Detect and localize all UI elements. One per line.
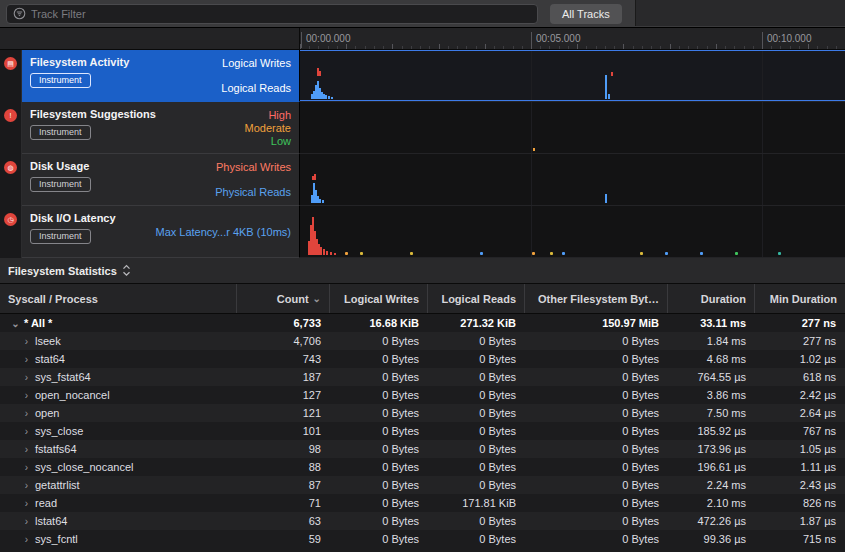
- poi-dot: [480, 252, 483, 255]
- disclosure-collapsed-icon[interactable]: ›: [21, 444, 32, 455]
- chevron-up-down-icon[interactable]: [122, 264, 131, 277]
- table-row[interactable]: ›open1210 Bytes0 Bytes0 Bytes7.50 ms2.64…: [0, 404, 845, 422]
- value-cell: 87: [237, 479, 330, 491]
- track-filter-input[interactable]: [31, 8, 531, 20]
- value-cell: 277 ns: [755, 335, 845, 347]
- value-cell: 0 Bytes: [428, 335, 525, 347]
- spike: [533, 148, 535, 151]
- disclosure-collapsed-icon[interactable]: ›: [21, 426, 32, 437]
- value-cell: 0 Bytes: [428, 443, 525, 455]
- track-chart-filesystem-activity[interactable]: [300, 50, 845, 102]
- column-header-min-duration[interactable]: Min Duration: [755, 284, 845, 313]
- value-cell: 0 Bytes: [330, 353, 428, 365]
- disclosure-collapsed-icon[interactable]: ›: [21, 408, 32, 419]
- track-row-filesystem-activity[interactable]: ▤Filesystem ActivityInstrumentLogical Wr…: [0, 50, 845, 102]
- instrument-icon-column: ◷: [0, 206, 22, 258]
- poi-dot: [532, 252, 535, 255]
- spike: [605, 75, 607, 99]
- disclosure-collapsed-icon[interactable]: ›: [21, 354, 32, 365]
- track-title: Filesystem Activity: [30, 56, 129, 68]
- disclosure-collapsed-icon[interactable]: ›: [21, 336, 32, 347]
- table-row[interactable]: ›getattrlist870 Bytes0 Bytes0 Bytes2.24 …: [0, 476, 845, 494]
- column-header-count[interactable]: Count⌄: [237, 284, 330, 313]
- disclosure-collapsed-icon[interactable]: ›: [21, 390, 32, 401]
- value-cell: 0 Bytes: [428, 515, 525, 527]
- value-cell: 743: [237, 353, 330, 365]
- poi-dot: [360, 252, 363, 255]
- value-cell: 618 ns: [755, 371, 845, 383]
- table-row[interactable]: ›sys_fcntl590 Bytes0 Bytes0 Bytes99.36 µ…: [0, 530, 845, 548]
- table-header: Syscall / ProcessCount⌄Logical WritesLog…: [0, 284, 845, 314]
- syscall-name: sys_close: [35, 425, 83, 437]
- value-cell: 0 Bytes: [428, 479, 525, 491]
- spike: [319, 71, 321, 76]
- track-header-filesystem-suggestions[interactable]: Filesystem SuggestionsInstrumentHighMode…: [22, 102, 300, 154]
- series-label: High: [268, 109, 291, 122]
- poi-dot: [778, 252, 781, 255]
- value-cell: 0 Bytes: [330, 479, 428, 491]
- value-cell: 171.81 KiB: [428, 497, 525, 509]
- track-chart-filesystem-suggestions[interactable]: [300, 102, 845, 154]
- track-chart-disk-io-latency[interactable]: [300, 206, 845, 258]
- disclosure-collapsed-icon[interactable]: ›: [21, 498, 32, 509]
- table-row[interactable]: ›lstat64630 Bytes0 Bytes0 Bytes472.26 µs…: [0, 512, 845, 530]
- value-cell: 98: [237, 443, 330, 455]
- syscall-name: open_nocancel: [35, 389, 110, 401]
- disclosure-expanded-icon[interactable]: ⌄: [10, 318, 21, 329]
- syscall-cell: ›sys_fstat64: [0, 371, 237, 383]
- track-header-disk-io-latency[interactable]: Disk I/O LatencyInstrumentMax Latency...…: [22, 206, 300, 258]
- table-row[interactable]: ›sys_close_nocancel880 Bytes0 Bytes0 Byt…: [0, 458, 845, 476]
- syscall-cell: ›open_nocancel: [0, 389, 237, 401]
- detail-view-selector[interactable]: Filesystem Statistics: [8, 265, 117, 277]
- spike: [605, 194, 607, 203]
- track-header-disk-usage[interactable]: Disk UsageInstrumentPhysical WritesPhysi…: [22, 154, 300, 206]
- table-row[interactable]: ›open_nocancel1270 Bytes0 Bytes0 Bytes3.…: [0, 386, 845, 404]
- track-title: Disk I/O Latency: [30, 212, 116, 224]
- disclosure-collapsed-icon[interactable]: ›: [21, 372, 32, 383]
- column-header-logical-writes[interactable]: Logical Writes: [330, 284, 428, 313]
- disclosure-collapsed-icon[interactable]: ›: [21, 534, 32, 545]
- table-row[interactable]: ›read710 Bytes171.81 KiB0 Bytes2.10 ms82…: [0, 494, 845, 512]
- spike: [323, 249, 325, 255]
- table-row[interactable]: ›sys_close1010 Bytes0 Bytes0 Bytes185.92…: [0, 422, 845, 440]
- track-header-left: Filesystem ActivityInstrument: [30, 56, 129, 97]
- table-row[interactable]: ›stat647430 Bytes0 Bytes0 Bytes4.68 ms1.…: [0, 350, 845, 368]
- all-tracks-button[interactable]: All Tracks: [550, 4, 622, 24]
- value-cell: 0 Bytes: [428, 533, 525, 545]
- table-row[interactable]: ›lseek4,7060 Bytes0 Bytes0 Bytes1.84 ms2…: [0, 332, 845, 350]
- value-cell: 0 Bytes: [525, 425, 668, 437]
- value-cell: 127: [237, 389, 330, 401]
- syscall-name: getattrlist: [35, 479, 80, 491]
- syscall-cell: ⌄* All *: [0, 317, 237, 329]
- track-row-disk-usage[interactable]: ◍Disk UsageInstrumentPhysical WritesPhys…: [0, 154, 845, 206]
- disclosure-collapsed-icon[interactable]: ›: [21, 516, 32, 527]
- value-cell: 173.96 µs: [668, 443, 755, 455]
- poi-dot: [700, 252, 703, 255]
- table-row[interactable]: ⌄* All *6,73316.68 KiB271.32 KiB150.97 M…: [0, 314, 845, 332]
- syscall-name: sys_fcntl: [35, 533, 78, 545]
- syscall-cell: ›sys_close: [0, 425, 237, 437]
- table-row[interactable]: ›fstatfs64980 Bytes0 Bytes0 Bytes173.96 …: [0, 440, 845, 458]
- track-row-filesystem-suggestions[interactable]: !Filesystem SuggestionsInstrumentHighMod…: [0, 102, 845, 154]
- value-cell: 0 Bytes: [330, 497, 428, 509]
- column-header-logical-reads[interactable]: Logical Reads: [428, 284, 525, 313]
- syscall-name: lstat64: [35, 515, 67, 527]
- value-cell: 1.05 µs: [755, 443, 845, 455]
- track-chart-disk-usage[interactable]: [300, 154, 845, 206]
- value-cell: 0 Bytes: [428, 389, 525, 401]
- track-series-labels: Logical WritesLogical Reads: [221, 56, 291, 97]
- timeline-ruler[interactable]: 00:00.00000:05.00000:10.000: [300, 28, 845, 49]
- value-cell: 2.64 µs: [755, 407, 845, 419]
- disclosure-collapsed-icon[interactable]: ›: [21, 462, 32, 473]
- column-header-duration[interactable]: Duration: [668, 284, 755, 313]
- column-header-syscall-process[interactable]: Syscall / Process: [0, 284, 237, 313]
- track-filter-field[interactable]: [6, 4, 538, 24]
- detail-header-bar: Filesystem Statistics: [0, 258, 845, 284]
- track-row-disk-io-latency[interactable]: ◷Disk I/O LatencyInstrumentMax Latency..…: [0, 206, 845, 258]
- table-row[interactable]: ›sys_fstat641870 Bytes0 Bytes0 Bytes764.…: [0, 368, 845, 386]
- disclosure-collapsed-icon[interactable]: ›: [21, 480, 32, 491]
- track-header-filesystem-activity[interactable]: Filesystem ActivityInstrumentLogical Wri…: [22, 50, 300, 102]
- column-header-other-filesystem-byt[interactable]: Other Filesystem Byt…: [525, 284, 668, 313]
- value-cell: 2.42 µs: [755, 389, 845, 401]
- value-cell: 196.61 µs: [668, 461, 755, 473]
